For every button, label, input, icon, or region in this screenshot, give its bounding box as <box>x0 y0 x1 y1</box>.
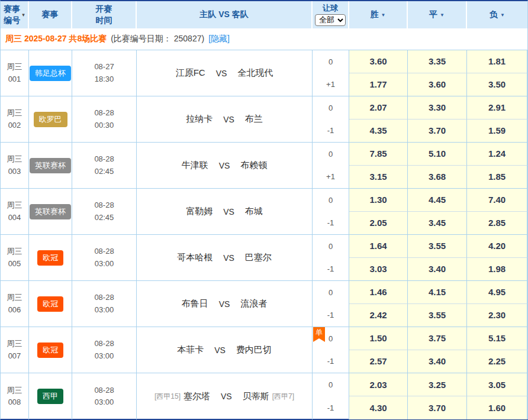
odds-win[interactable]: 2.03 <box>349 373 408 396</box>
hide-link[interactable]: [隐藏] <box>208 34 230 44</box>
handicap-value: 0 <box>329 288 333 297</box>
odds-win[interactable]: 4.30 <box>349 396 408 419</box>
col-header-win[interactable]: 胜 ▼ <box>349 1 408 28</box>
competition-badge: 英联赛杯 <box>30 158 71 173</box>
vs-label: VS <box>216 69 227 78</box>
match-date: 08-28 <box>94 199 114 211</box>
col-header-win-label: 胜 <box>371 9 379 20</box>
col-header-teams-label: 主队 VS 客队 <box>199 9 248 20</box>
odds-draw[interactable]: 3.75 <box>408 327 467 350</box>
match-number: 006 <box>8 304 21 316</box>
odds-win[interactable]: 1.30 <box>349 189 408 212</box>
col-header-start-time-label: 开赛 时间 <box>96 4 112 26</box>
handicap-filter-select[interactable]: 全部 <box>315 14 346 26</box>
odds-draw[interactable]: 3.30 <box>408 96 467 119</box>
match-row: 周三007欧冠08-2803:00本菲卡VS费内巴切单01.503.755.15… <box>1 327 527 373</box>
odds-lose[interactable]: 1.85 <box>467 166 527 189</box>
odds-win[interactable]: 1.64 <box>349 235 408 258</box>
col-header-draw-label: 平 <box>429 9 437 20</box>
competition-badge: 西甲 <box>37 389 63 404</box>
odds-draw[interactable]: 4.15 <box>408 281 467 304</box>
odds-win[interactable]: 3.15 <box>349 166 408 189</box>
col-header-teams: 主队 VS 客队 <box>137 1 313 28</box>
vs-label: VS <box>221 392 232 401</box>
match-id-cell: 周三005 <box>1 235 29 280</box>
odds-lose[interactable]: 3.05 <box>467 373 527 396</box>
match-day: 周三 <box>7 245 22 257</box>
handicap-cell: 单0 <box>313 327 349 350</box>
single-bet-ribbon: 单 <box>313 327 325 342</box>
match-clock: 03:00 <box>95 258 114 270</box>
handicap-cell: 0 <box>313 96 349 119</box>
col-header-match-no-label: 赛事 编号 <box>4 4 20 26</box>
odds-win[interactable]: 3.03 <box>349 258 408 281</box>
odds-win[interactable]: 3.60 <box>349 50 408 73</box>
odds-draw[interactable]: 3.55 <box>408 304 467 327</box>
odds-draw[interactable]: 3.70 <box>408 119 467 143</box>
home-team-rank: [西甲15] <box>154 392 181 402</box>
handicap-cell: 0 <box>313 373 349 396</box>
odds-draw[interactable]: 3.25 <box>408 373 467 396</box>
col-header-handicap: 让球 全部 <box>313 1 349 28</box>
match-row: 周三008西甲08-2803:00[西甲15]塞尔塔VS贝蒂斯[西甲7]02.0… <box>1 373 527 419</box>
col-header-draw[interactable]: 平 ▼ <box>408 1 467 28</box>
odds-win[interactable]: 2.05 <box>349 212 408 235</box>
odds-win[interactable]: 4.35 <box>349 119 408 143</box>
odds-draw[interactable]: 5.10 <box>408 143 467 166</box>
match-date: 08-28 <box>94 385 114 396</box>
start-time-cell: 08-2802:45 <box>72 189 137 234</box>
match-clock: 03:00 <box>95 304 114 316</box>
competition-cell: 英联赛杯 <box>29 189 72 234</box>
odds-lose[interactable]: 1.59 <box>467 119 527 143</box>
odds-lose[interactable]: 2.25 <box>467 350 527 373</box>
odds-lose[interactable]: 2.30 <box>467 304 527 327</box>
match-day: 周三 <box>7 338 22 350</box>
odds-lose[interactable]: 4.20 <box>467 235 527 258</box>
odds-lose[interactable]: 1.24 <box>467 143 527 166</box>
odds-lose[interactable]: 7.40 <box>467 189 527 212</box>
start-time-cell: 08-2803:00 <box>72 327 137 373</box>
vs-label: VS <box>223 207 234 217</box>
away-team: 流浪者 <box>240 298 267 309</box>
odds-lose[interactable]: 5.15 <box>467 327 527 350</box>
odds-draw[interactable]: 3.55 <box>408 235 467 258</box>
start-time-cell: 08-2800:30 <box>72 96 137 142</box>
odds-draw[interactable]: 3.45 <box>408 212 467 235</box>
col-header-match-no[interactable]: 赛事 编号 ▾ <box>1 1 29 28</box>
match-number: 002 <box>8 119 21 131</box>
odds-draw[interactable]: 3.68 <box>408 166 467 189</box>
odds-lose[interactable]: 3.50 <box>467 73 527 96</box>
home-team: 布鲁日 <box>182 298 208 309</box>
home-team: 塞尔塔 <box>183 391 210 402</box>
odds-draw[interactable]: 3.40 <box>408 258 467 281</box>
odds-lose[interactable]: 1.81 <box>467 50 527 73</box>
start-time-cell: 08-2803:00 <box>72 281 137 327</box>
odds-lose[interactable]: 2.85 <box>467 212 527 235</box>
odds-win[interactable]: 7.85 <box>349 143 408 166</box>
vs-label: VS <box>219 161 230 170</box>
odds-draw[interactable]: 3.60 <box>408 73 467 96</box>
odds-lose[interactable]: 1.98 <box>467 258 527 281</box>
handicap-value: 0 <box>329 334 333 343</box>
odds-draw[interactable]: 3.40 <box>408 350 467 373</box>
odds-lose[interactable]: 4.95 <box>467 281 527 304</box>
start-time-cell: 08-2718:30 <box>72 50 137 96</box>
odds-lose[interactable]: 1.60 <box>467 396 527 419</box>
col-header-lose[interactable]: 负 ▼ <box>467 1 527 28</box>
odds-win[interactable]: 2.07 <box>349 96 408 119</box>
odds-draw[interactable]: 3.35 <box>408 50 467 73</box>
odds-lose[interactable]: 2.91 <box>467 96 527 119</box>
odds-draw[interactable]: 3.70 <box>408 396 467 419</box>
match-number: 003 <box>8 166 21 177</box>
match-clock: 02:45 <box>95 166 114 177</box>
odds-win[interactable]: 1.46 <box>349 281 408 304</box>
odds-win[interactable]: 1.77 <box>349 73 408 96</box>
odds-win[interactable]: 2.42 <box>349 304 408 327</box>
match-day: 周三 <box>7 61 22 73</box>
odds-win[interactable]: 2.57 <box>349 350 408 373</box>
odds-win[interactable]: 1.50 <box>349 327 408 350</box>
home-team: 哥本哈根 <box>177 252 213 263</box>
odds-draw[interactable]: 4.45 <box>408 189 467 212</box>
handicap-value: +1 <box>326 172 335 181</box>
col-header-start-time: 开赛 时间 <box>72 1 137 28</box>
